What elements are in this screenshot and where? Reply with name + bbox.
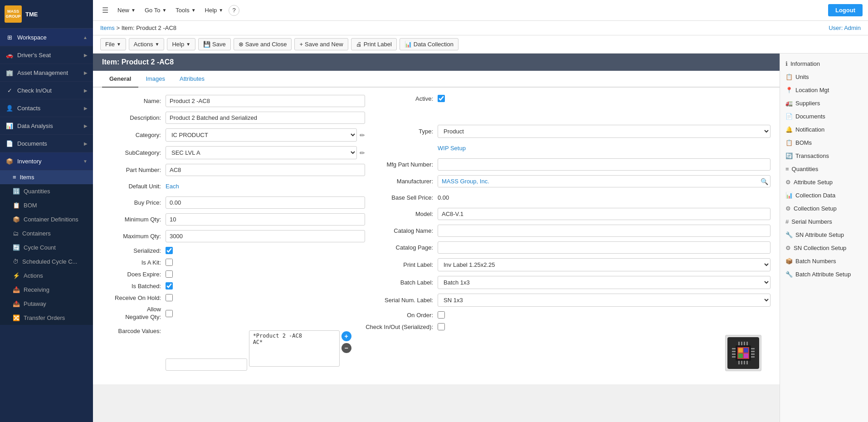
catalog-name-input[interactable] xyxy=(438,225,770,237)
rs-serial-numbers[interactable]: # Serial Numbers xyxy=(780,215,868,228)
file-button[interactable]: File ▼ xyxy=(100,38,126,50)
logout-button[interactable]: Logout xyxy=(828,4,863,16)
sidebar-item-contacts[interactable]: 👤 Contacts ▶ xyxy=(0,99,93,117)
sidebar-item-scheduled-cycle[interactable]: ⏱ Scheduled Cycle C... xyxy=(0,255,93,269)
sidebar-item-quantities[interactable]: 🔢 Quantities xyxy=(0,184,93,198)
sidebar-item-inventory[interactable]: 📦 Inventory ▼ xyxy=(0,152,93,170)
wip-setup-link[interactable]: WIP Setup xyxy=(438,142,770,154)
rs-sn-attribute-setup[interactable]: 🔧 SN Attribute Setup xyxy=(780,228,868,241)
sidebar-item-transfer-orders[interactable]: 🔀 Transfer Orders xyxy=(0,311,93,325)
sidebar-item-bom[interactable]: 📋 BOM xyxy=(0,198,93,212)
default-unit-value[interactable]: Each xyxy=(166,181,365,192)
rs-collection-setup[interactable]: ⚙ Collection Setup xyxy=(780,202,868,215)
barcode-text-input[interactable] xyxy=(166,358,247,371)
part-number-input[interactable] xyxy=(166,164,365,176)
location-mgt-icon: 📍 xyxy=(785,87,793,93)
print-label-button[interactable]: 🖨 Print Label xyxy=(351,38,397,50)
rs-units[interactable]: 📋 Units xyxy=(780,70,868,83)
svg-rect-13 xyxy=(751,353,755,355)
rs-location-mgt[interactable]: 📍 Location Mgt xyxy=(780,83,868,97)
batch-label-row: Batch Label: Batch 1x3 xyxy=(365,276,770,289)
active-checkbox[interactable] xyxy=(438,95,445,102)
rs-collection-data[interactable]: 📊 Collection Data xyxy=(780,189,868,202)
sidebar-item-items[interactable]: ≡ Items xyxy=(0,170,93,184)
tools-button[interactable]: Tools ▼ xyxy=(172,5,199,15)
rs-information[interactable]: ℹ Information xyxy=(780,57,868,70)
catalog-page-row: Catalog Page: xyxy=(365,241,770,254)
tab-attributes[interactable]: Attributes xyxy=(172,71,212,88)
hamburger-button[interactable]: ☰ xyxy=(98,4,112,16)
goto-button[interactable]: Go To ▼ xyxy=(141,5,170,15)
rs-transactions[interactable]: 🔄 Transactions xyxy=(780,149,868,162)
receive-hold-checkbox[interactable] xyxy=(166,294,173,301)
allow-neg-checkbox[interactable] xyxy=(166,310,173,317)
barcode-remove-button[interactable]: − xyxy=(341,343,351,353)
sidebar-item-data-analysis[interactable]: 📊 Data Analysis ▶ xyxy=(0,117,93,135)
save-button[interactable]: 💾 Save xyxy=(198,38,231,50)
category-edit-icon[interactable]: ✏ xyxy=(360,132,365,139)
rs-suppliers[interactable]: 🚛 Suppliers xyxy=(780,97,868,110)
save-close-button[interactable]: ⊗ Save and Close xyxy=(234,38,292,50)
sidebar-documents-label: Documents xyxy=(17,140,47,147)
rs-batch-numbers[interactable]: 📦 Batch Numbers xyxy=(780,255,868,268)
sidebar-item-actions[interactable]: ⚡ Actions xyxy=(0,269,93,283)
barcode-add-button[interactable]: + xyxy=(341,331,351,341)
rs-batch-attribute-setup[interactable]: 🔧 Batch Attribute Setup xyxy=(780,268,868,281)
breadcrumb-items-link[interactable]: Items xyxy=(100,25,115,31)
sidebar-item-putaway[interactable]: 📤 Putaway xyxy=(0,297,93,311)
rs-notification[interactable]: 🔔 Notification xyxy=(780,123,868,136)
sidebar-item-check-in-out[interactable]: ✓ Check In/Out ▶ xyxy=(0,82,93,99)
sidebar-item-receiving[interactable]: 📥 Receiving xyxy=(0,283,93,297)
max-qty-input[interactable] xyxy=(166,230,365,242)
sidebar-item-documents[interactable]: 📄 Documents ▶ xyxy=(0,135,93,152)
sidebar-item-container-definitions[interactable]: 📦 Container Definitions xyxy=(0,212,93,226)
category-select[interactable]: IC PRODUCT OTHER xyxy=(166,128,357,142)
batch-label-select[interactable]: Batch 1x3 xyxy=(438,276,770,289)
manufacturer-search-button[interactable]: 🔍 xyxy=(759,177,770,186)
sidebar-item-drivers-seat[interactable]: 🚗 Driver's Seat ▶ xyxy=(0,46,93,64)
toolbar-help-button[interactable]: Help ▼ xyxy=(167,38,195,50)
serialized-checkbox[interactable] xyxy=(166,247,173,254)
subcategory-select[interactable]: SEC LVL A SEC LVL B xyxy=(166,146,357,159)
description-input[interactable] xyxy=(166,112,365,124)
user-link[interactable]: User: Admin xyxy=(829,25,861,31)
manufacturer-input[interactable] xyxy=(438,176,759,187)
sidebar-item-asset-management[interactable]: 🏢 Asset Management ▶ xyxy=(0,64,93,82)
sidebar-item-containers[interactable]: 🗂 Containers xyxy=(0,226,93,240)
tab-general[interactable]: General xyxy=(102,71,138,88)
is-batched-checkbox[interactable] xyxy=(166,282,173,290)
print-label-select[interactable]: Inv Label 1.25x2.25 xyxy=(438,258,770,271)
buy-price-input[interactable] xyxy=(166,196,365,209)
name-input[interactable] xyxy=(166,95,365,107)
min-qty-input[interactable] xyxy=(166,213,365,226)
question-button[interactable]: ? xyxy=(229,5,239,16)
rs-quantities[interactable]: ≡ Quantities xyxy=(780,162,868,176)
rs-documents[interactable]: 📄 Documents xyxy=(780,110,868,123)
does-expire-checkbox[interactable] xyxy=(166,270,173,278)
is-kit-label: Is A Kit: xyxy=(102,259,166,266)
subcategory-row: SubCategory: SEC LVL A SEC LVL B ✏ xyxy=(102,146,365,159)
barcode-textarea[interactable]: *Product 2 -AC8 AC* xyxy=(249,330,340,367)
on-order-checkbox[interactable] xyxy=(438,311,445,319)
help-button[interactable]: Help ▼ xyxy=(201,5,227,15)
actions-button[interactable]: Actions ▼ xyxy=(129,38,165,50)
subcategory-edit-icon[interactable]: ✏ xyxy=(360,149,365,157)
rs-sn-collection-setup[interactable]: ⚙ SN Collection Setup xyxy=(780,241,868,255)
checkin-out-checkbox[interactable] xyxy=(438,323,445,330)
is-kit-checkbox[interactable] xyxy=(166,259,173,266)
sidebar-asset-mgmt-label: Asset Management xyxy=(17,69,68,76)
tab-images[interactable]: Images xyxy=(138,71,172,88)
catalog-page-input[interactable] xyxy=(438,241,770,254)
model-input[interactable] xyxy=(438,208,770,220)
suppliers-icon: 🚛 xyxy=(785,100,793,107)
type-select[interactable]: Product Service Other xyxy=(438,125,770,138)
rs-boms[interactable]: 📋 BOMs xyxy=(780,136,868,149)
mfg-part-input[interactable] xyxy=(438,158,770,171)
rs-attribute-setup[interactable]: ⚙ Attribute Setup xyxy=(780,176,868,189)
save-new-button[interactable]: + Save and New xyxy=(294,38,348,50)
new-button[interactable]: New ▼ xyxy=(114,5,139,15)
sidebar-item-cycle-count[interactable]: 🔄 Cycle Count xyxy=(0,240,93,255)
data-collection-button[interactable]: 📊 Data Collection xyxy=(400,38,458,50)
sn-label-select[interactable]: SN 1x3 xyxy=(438,294,770,307)
sidebar-item-workspace[interactable]: ⊞ Workspace ▲ xyxy=(0,29,93,46)
